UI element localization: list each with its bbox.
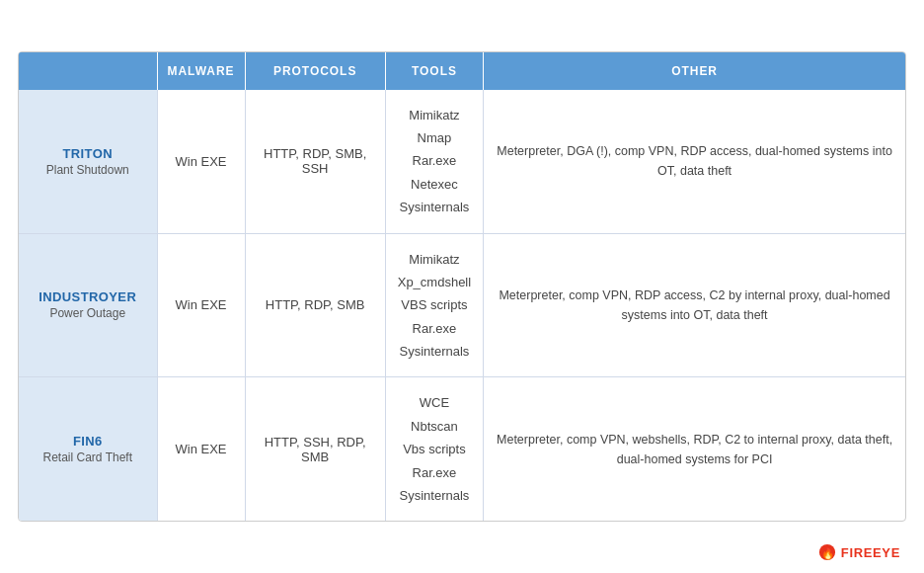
- table-row: INDUSTROYERPower OutageWin EXEHTTP, RDP,…: [19, 233, 905, 377]
- tool-item: Vbs scripts: [403, 442, 466, 456]
- incident-cell: FIN6Retail Card Theft: [19, 377, 157, 521]
- tool-item: Mimikatz: [409, 252, 459, 267]
- other-cell: Meterpreter, DGA (!), comp VPN, RDP acce…: [484, 90, 905, 233]
- incident-cell: INDUSTROYERPower Outage: [19, 233, 157, 377]
- table-row: TRITONPlant ShutdownWin EXEHTTP, RDP, SM…: [19, 90, 905, 233]
- tools-cell: MimikatzXp_cmdshellVBS scriptsRar.exeSys…: [385, 233, 483, 377]
- tool-item: Rar.exe: [413, 465, 457, 480]
- malware-cell: Win EXE: [157, 90, 245, 233]
- malware-cell: Win EXE: [157, 377, 245, 521]
- table-header-row: MALWARE PROTOCOLS TOOLS OTHER: [19, 52, 905, 90]
- protocols-cell: HTTP, RDP, SMB: [245, 233, 385, 377]
- tool-item: Nmap: [418, 130, 452, 145]
- svg-text:🔥: 🔥: [820, 547, 834, 560]
- fireeye-logo: 🔥 FIREEYE: [818, 543, 900, 561]
- tool-item: Xp_cmdshell: [398, 275, 471, 289]
- comparison-table: MALWARE PROTOCOLS TOOLS OTHER TRITONPlan…: [18, 51, 906, 523]
- fireeye-label: FIREEYE: [841, 545, 900, 560]
- incident-desc: Plant Shutdown: [46, 163, 129, 177]
- tools-cell: WCENbtscanVbs scriptsRar.exeSysinternals: [385, 377, 483, 521]
- incident-name: TRITON: [31, 146, 145, 161]
- tool-item: Netexec: [411, 177, 458, 192]
- other-cell: Meterpreter, comp VPN, webshells, RDP, C…: [484, 377, 905, 521]
- tool-item: Nbtscan: [411, 419, 458, 434]
- tool-item: VBS scripts: [401, 297, 467, 312]
- malware-cell: Win EXE: [157, 233, 245, 377]
- tool-item: Sysinternals: [400, 344, 470, 359]
- incident-desc: Power Outage: [49, 306, 125, 320]
- other-cell: Meterpreter, comp VPN, RDP access, C2 by…: [484, 233, 905, 377]
- incident-name: INDUSTROYER: [31, 289, 145, 304]
- protocols-cell: HTTP, SSH, RDP, SMB: [245, 377, 385, 521]
- incident-name: FIN6: [31, 434, 145, 449]
- fireeye-flame-icon: 🔥: [818, 543, 836, 561]
- tools-cell: MimikatzNmapRar.exeNetexecSysinternals: [385, 90, 483, 233]
- protocols-cell: HTTP, RDP, SMB, SSH: [245, 90, 385, 233]
- col-header-malware: MALWARE: [157, 52, 245, 90]
- col-header-other: OTHER: [484, 52, 905, 90]
- incident-cell: TRITONPlant Shutdown: [19, 90, 157, 233]
- table-row: FIN6Retail Card TheftWin EXEHTTP, SSH, R…: [19, 377, 905, 521]
- col-header-tools: TOOLS: [385, 52, 483, 90]
- col-header-protocols: PROTOCOLS: [245, 52, 385, 90]
- tool-item: Sysinternals: [400, 488, 470, 503]
- tool-item: Rar.exe: [413, 321, 457, 336]
- tool-item: Mimikatz: [409, 108, 459, 123]
- incident-desc: Retail Card Theft: [43, 450, 133, 464]
- tool-item: Sysinternals: [400, 200, 470, 214]
- tool-item: Rar.exe: [413, 153, 457, 168]
- tool-item: WCE: [420, 395, 449, 410]
- col-header-incident: [19, 52, 157, 90]
